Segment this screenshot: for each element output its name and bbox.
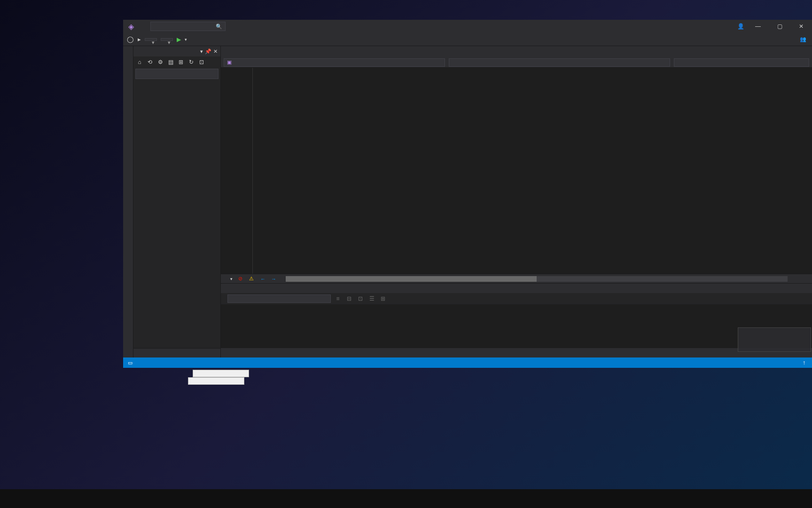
- configuration-dropdown[interactable]: [145, 38, 157, 41]
- solution-explorer-panel: ▾ 📌 ✕ ⌂ ⟲ ⚙ ▤ ⊞ ↻ ⊡: [133, 46, 221, 357]
- error-count[interactable]: ⊘: [238, 276, 243, 282]
- output-toolbar: ≡ ⊟ ⊡ ☰ ⊞: [221, 293, 812, 304]
- solution-search-input[interactable]: [135, 69, 219, 79]
- solution-explorer-header: ▾ 📌 ✕: [133, 46, 220, 56]
- visual-studio-logo-icon: ◈: [126, 21, 136, 32]
- tool-icon[interactable]: ⊞: [177, 58, 185, 66]
- sync-icon[interactable]: ⟲: [146, 58, 154, 66]
- vs-titlebar: ◈ 🔍 👤 — ▢ ✕: [123, 20, 812, 33]
- output-body[interactable]: [221, 304, 812, 348]
- code-content[interactable]: [253, 68, 812, 274]
- nav-back-icon[interactable]: ◯: [127, 36, 134, 43]
- tool-icon[interactable]: ⊞: [379, 294, 387, 303]
- vs-statusbar: ▭ ↑: [123, 357, 812, 368]
- home-icon[interactable]: ⌂: [135, 58, 144, 66]
- project-icon: ▣: [227, 59, 232, 65]
- vs-toolbar: ◯ ▸ ▶ ▾ 👥: [123, 33, 812, 46]
- warning-count[interactable]: ⚠: [249, 276, 255, 282]
- close-icon[interactable]: ✕: [213, 48, 218, 55]
- vs-side-toolstrip: [123, 46, 133, 357]
- visual-studio-window: ◈ 🔍 👤 — ▢ ✕ ◯ ▸ ▶ ▾ 👥: [123, 20, 812, 368]
- solution-explorer-toolbar: ⌂ ⟲ ⚙ ▤ ⊞ ↻ ⊡: [133, 56, 220, 68]
- upload-icon[interactable]: ↑: [803, 359, 805, 366]
- editor-area: ▣ ▾ ⊘ ⚠ ← →: [221, 46, 812, 357]
- backup-tip-popup[interactable]: [738, 327, 811, 352]
- output-bottom-tabs: [221, 348, 812, 357]
- error-icon: ⊘: [238, 276, 242, 282]
- vs-quick-search[interactable]: 🔍: [150, 22, 226, 31]
- nav-prev-icon[interactable]: ←: [260, 276, 265, 282]
- tool-icon[interactable]: ≡: [334, 294, 342, 303]
- start-debugging-button[interactable]: ▶ ▾: [177, 36, 187, 43]
- warning-icon: ⚠: [249, 276, 254, 282]
- live-share-button[interactable]: 👥: [800, 36, 808, 42]
- horizontal-scrollbar[interactable]: [286, 276, 788, 282]
- output-panel: ≡ ⊟ ⊡ ☰ ⊞: [221, 283, 812, 357]
- editor-status-strip: ▾ ⊘ ⚠ ← →: [221, 274, 812, 283]
- nav-right-dropdown[interactable]: [674, 58, 809, 67]
- tool-icon[interactable]: ↻: [187, 58, 195, 66]
- nav-scope-dropdown[interactable]: ▣: [224, 58, 445, 67]
- output-header: [221, 284, 812, 293]
- explorer-statusbar: [188, 377, 244, 385]
- maximize-button[interactable]: ▢: [772, 21, 788, 32]
- close-button[interactable]: ✕: [793, 21, 809, 32]
- output-source-dropdown[interactable]: [227, 294, 331, 303]
- tool-icon[interactable]: ☰: [367, 294, 376, 303]
- desktop-icons-grid: [0, 0, 137, 4]
- tool-icon[interactable]: ⚙: [156, 58, 164, 66]
- navigation-bar: ▣: [221, 57, 812, 68]
- play-icon: ▶: [177, 36, 181, 43]
- tool-icon[interactable]: ⊟: [345, 294, 353, 303]
- pin-icon[interactable]: 📌: [205, 48, 211, 55]
- context-menu-item[interactable]: [193, 370, 249, 377]
- search-icon: 🔍: [216, 24, 222, 30]
- sign-in-link[interactable]: 👤: [737, 23, 744, 30]
- tool-icon[interactable]: ⊡: [356, 294, 365, 303]
- code-editor[interactable]: [221, 68, 812, 274]
- tool-icon[interactable]: ⊡: [197, 58, 206, 66]
- line-number-gutter: [221, 68, 246, 274]
- tool-icon[interactable]: ▤: [166, 58, 175, 66]
- dropdown-icon[interactable]: ▾: [200, 48, 203, 55]
- statusbar-ready-icon: ▭: [128, 360, 133, 366]
- nav-member-dropdown[interactable]: [449, 58, 670, 67]
- platform-dropdown[interactable]: [161, 38, 173, 41]
- live-share-icon: 👥: [800, 36, 806, 42]
- solution-tree: [133, 80, 220, 348]
- editor-tabbar: [221, 46, 812, 57]
- fold-column[interactable]: [246, 68, 253, 274]
- nav-next-icon[interactable]: →: [271, 276, 276, 282]
- windows-taskbar: [0, 489, 812, 508]
- minimize-button[interactable]: —: [750, 21, 766, 32]
- nav-fwd-icon[interactable]: ▸: [138, 36, 141, 43]
- solution-bottom-tabs: [133, 348, 220, 357]
